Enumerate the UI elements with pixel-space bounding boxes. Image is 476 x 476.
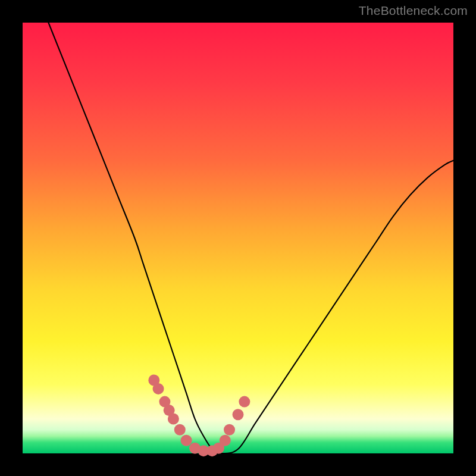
plot-area [23,23,453,453]
highlight-dot [168,414,179,425]
highlight-dot [220,435,231,446]
highlight-dot [153,383,164,394]
chart-frame: TheBottleneck.com [0,0,476,476]
curve-layer [23,23,453,453]
highlight-dot [174,424,186,436]
highlight-dot [239,396,250,408]
highlight-dot [181,435,192,446]
highlight-dot [233,409,244,420]
bottleneck-curve [48,23,453,453]
highlight-dot [224,424,235,436]
watermark-text: TheBottleneck.com [359,4,468,18]
highlight-dots [148,374,250,456]
